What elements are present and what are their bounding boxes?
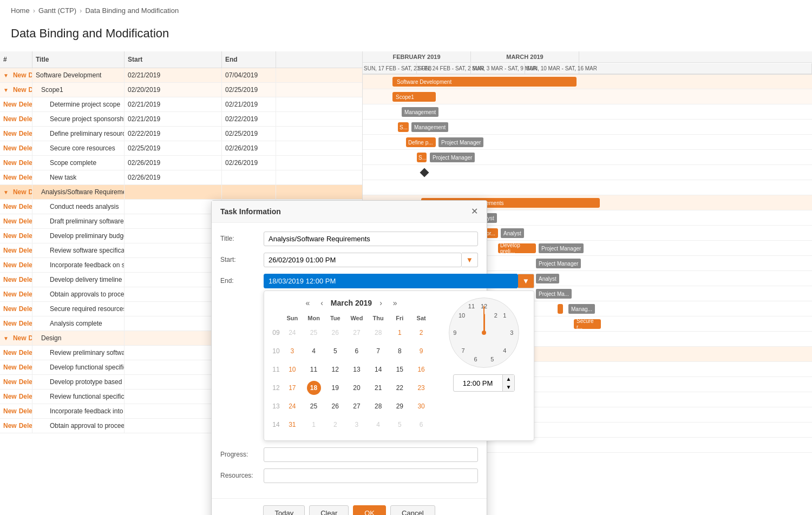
- cal-day-cell[interactable]: 4: [303, 342, 325, 360]
- today-button[interactable]: Today: [263, 505, 305, 507]
- delete-button[interactable]: Delete: [19, 130, 32, 137]
- new-button[interactable]: New: [13, 86, 27, 94]
- new-button[interactable]: New: [3, 144, 17, 152]
- clear-button[interactable]: Clear: [309, 505, 349, 507]
- new-button[interactable]: New: [3, 320, 17, 327]
- new-button[interactable]: New: [3, 217, 17, 225]
- delete-button[interactable]: Delete: [19, 276, 32, 283]
- cal-day-cell[interactable]: 2: [324, 415, 346, 434]
- delete-button[interactable]: Delete: [19, 261, 32, 269]
- cal-day-cell[interactable]: 28: [368, 397, 389, 415]
- new-button[interactable]: New: [3, 130, 17, 137]
- cal-day-cell[interactable]: 21: [368, 379, 389, 397]
- new-button[interactable]: New: [13, 188, 27, 196]
- cal-day-cell[interactable]: 5: [324, 342, 346, 360]
- delete-button[interactable]: Delete: [29, 334, 32, 342]
- cal-day-cell[interactable]: 27: [346, 323, 368, 342]
- progress-input[interactable]: [264, 447, 478, 462]
- cal-day-cell[interactable]: 6: [410, 415, 432, 434]
- new-button[interactable]: New: [3, 247, 17, 254]
- delete-button[interactable]: Delete: [19, 349, 32, 356]
- delete-button[interactable]: Delete: [19, 101, 32, 108]
- cal-prev-year-button[interactable]: «: [302, 298, 313, 308]
- cal-day-cell[interactable]: 5: [389, 415, 411, 434]
- cal-day-cell[interactable]: 26: [324, 323, 346, 342]
- delete-button[interactable]: Delete: [29, 71, 32, 79]
- new-button[interactable]: New: [3, 364, 17, 371]
- delete-button[interactable]: Delete: [19, 115, 32, 123]
- end-date-dropdown-button[interactable]: ▼: [518, 274, 534, 288]
- cal-day-cell[interactable]: 24: [281, 397, 303, 415]
- new-button[interactable]: New: [3, 261, 17, 269]
- new-button[interactable]: New: [3, 349, 17, 356]
- delete-button[interactable]: Delete: [19, 174, 32, 181]
- cal-day-cell[interactable]: 30: [410, 397, 432, 415]
- cal-day-cell[interactable]: 1: [303, 415, 325, 434]
- cal-day-cell[interactable]: 22: [389, 379, 411, 397]
- delete-button[interactable]: Delete: [19, 144, 32, 152]
- cal-day-cell[interactable]: 25: [303, 323, 325, 342]
- resources-input[interactable]: [264, 468, 478, 483]
- expand-icon[interactable]: ▼: [3, 189, 9, 195]
- cal-day-cell[interactable]: 17: [281, 379, 303, 397]
- cal-day-cell[interactable]: 27: [346, 397, 368, 415]
- cal-day-cell[interactable]: 18: [303, 379, 325, 397]
- delete-button[interactable]: Delete: [19, 422, 32, 430]
- new-button[interactable]: New: [3, 305, 17, 313]
- new-button[interactable]: New: [3, 174, 17, 181]
- cancel-button[interactable]: Cancel: [390, 505, 435, 507]
- cal-day-cell[interactable]: 20: [346, 379, 368, 397]
- cal-day-cell[interactable]: 11: [303, 360, 325, 379]
- breadcrumb-gantt[interactable]: Gantt (CTP): [38, 6, 76, 15]
- new-button[interactable]: New: [3, 378, 17, 386]
- cal-next-month-button[interactable]: ›: [376, 298, 385, 308]
- new-button[interactable]: New: [3, 276, 17, 283]
- new-button[interactable]: New: [3, 407, 17, 415]
- cal-next-year-button[interactable]: »: [390, 298, 401, 308]
- cal-day-cell[interactable]: 1: [389, 323, 411, 342]
- delete-button[interactable]: Delete: [29, 188, 32, 196]
- cal-day-cell[interactable]: 8: [389, 342, 411, 360]
- delete-button[interactable]: Delete: [19, 378, 32, 386]
- cal-day-cell[interactable]: 14: [368, 360, 389, 379]
- expand-icon[interactable]: ▼: [3, 87, 9, 93]
- title-input[interactable]: [264, 232, 478, 246]
- end-date-input[interactable]: [264, 274, 518, 288]
- cal-day-cell[interactable]: 3: [346, 415, 368, 434]
- expand-icon[interactable]: ▼: [3, 335, 9, 341]
- new-button[interactable]: New: [3, 159, 17, 167]
- time-up-button[interactable]: ▲: [503, 375, 515, 383]
- time-input[interactable]: [454, 377, 502, 389]
- delete-button[interactable]: Delete: [19, 159, 32, 167]
- delete-button[interactable]: Delete: [19, 290, 32, 298]
- cal-day-cell[interactable]: 23: [410, 379, 432, 397]
- delete-button[interactable]: Delete: [19, 232, 32, 240]
- cal-day-cell[interactable]: 16: [410, 360, 432, 379]
- new-button[interactable]: New: [3, 232, 17, 240]
- new-button[interactable]: New: [3, 393, 17, 400]
- cal-day-cell[interactable]: 4: [368, 415, 389, 434]
- cal-day-cell[interactable]: 19: [324, 379, 346, 397]
- cal-day-cell[interactable]: 26: [324, 397, 346, 415]
- cal-day-cell[interactable]: 2: [410, 323, 432, 342]
- start-date-input[interactable]: [264, 253, 462, 267]
- cal-day-cell[interactable]: 29: [389, 397, 411, 415]
- start-date-dropdown-button[interactable]: ▼: [462, 253, 478, 267]
- new-button[interactable]: New: [3, 101, 17, 108]
- cal-day-cell[interactable]: 10: [281, 360, 303, 379]
- new-button[interactable]: New: [3, 115, 17, 123]
- cal-day-cell[interactable]: 7: [368, 342, 389, 360]
- delete-button[interactable]: Delete: [19, 407, 32, 415]
- delete-button[interactable]: Delete: [19, 247, 32, 254]
- cal-day-cell[interactable]: 9: [410, 342, 432, 360]
- ok-button[interactable]: OK: [353, 505, 386, 507]
- cal-day-cell[interactable]: 28: [368, 323, 389, 342]
- breadcrumb-home[interactable]: Home: [11, 6, 30, 15]
- cal-prev-month-button[interactable]: ‹: [317, 298, 326, 308]
- cal-day-cell[interactable]: 6: [346, 342, 368, 360]
- cal-day-cell[interactable]: 12: [324, 360, 346, 379]
- cal-day-cell[interactable]: 24: [281, 323, 303, 342]
- new-button[interactable]: New: [3, 203, 17, 210]
- delete-button[interactable]: Delete: [29, 86, 32, 94]
- new-button[interactable]: New: [3, 422, 17, 430]
